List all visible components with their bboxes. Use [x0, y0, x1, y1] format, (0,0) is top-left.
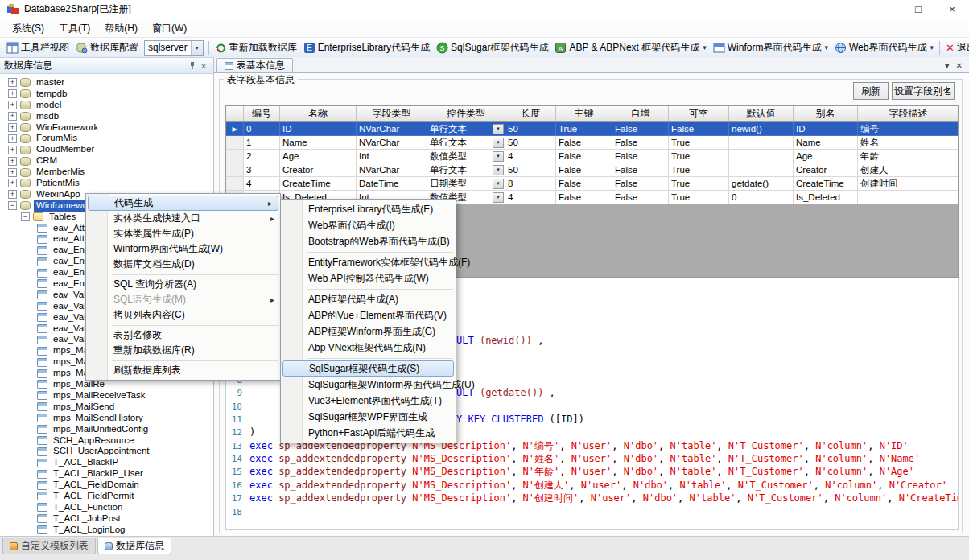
menu-tools[interactable]: 工具(T)	[52, 19, 97, 38]
grid-cell[interactable]: False	[669, 122, 729, 136]
tree-item[interactable]: T_ACL_JobPost	[0, 513, 213, 525]
grid-cell[interactable]	[729, 150, 794, 163]
grid-row[interactable]: ▶0IDNVarChar单行文本▼50TrueFalseFalsenewid()…	[226, 122, 958, 136]
expand-icon[interactable]: +	[8, 78, 17, 87]
grid-cell[interactable]: Name	[794, 136, 858, 150]
grid-cell[interactable]: ID	[280, 122, 357, 136]
menu-window[interactable]: 窗口(W)	[145, 19, 194, 38]
expand-icon[interactable]: +	[8, 89, 17, 98]
grid-cell[interactable]: False	[556, 163, 612, 177]
grid-cell[interactable]: 4	[505, 150, 556, 163]
tree-item[interactable]: T_ACL_BlackIP_User	[0, 468, 213, 480]
grid-cell[interactable]: 单行文本▼	[427, 163, 505, 177]
tab-table-basic-info[interactable]: 表基本信息	[216, 58, 293, 72]
grid-cell[interactable]: 姓名	[858, 136, 959, 150]
grid-cell[interactable]: False	[612, 163, 669, 177]
grid-cell[interactable]	[729, 163, 794, 177]
grid-cell[interactable]: 50	[505, 122, 556, 136]
winform-dropdown-icon[interactable]: ▾	[824, 43, 828, 51]
grid-cell[interactable]: Creator	[280, 163, 357, 177]
menu-item[interactable]: ABP框架Winform界面生成(G)	[281, 323, 456, 340]
grid-cell[interactable]: Is_Deleted	[794, 191, 858, 204]
collapse-icon[interactable]: −	[8, 201, 17, 210]
grid-row[interactable]: 1NameNVarChar单行文本▼50FalseFalseTrueName姓名	[226, 136, 958, 150]
expand-icon[interactable]: +	[8, 112, 17, 121]
close-button[interactable]: ×	[935, 0, 969, 19]
expand-icon[interactable]: +	[8, 168, 17, 177]
expand-icon[interactable]: +	[8, 179, 17, 187]
tree-item[interactable]: T_ACL_BlackIP	[0, 457, 213, 468]
maximize-button[interactable]: □	[901, 0, 935, 19]
expand-icon[interactable]: +	[8, 157, 17, 166]
grid-row[interactable]: 3CreatorNVarChar单行文本▼50FalseFalseTrueCre…	[226, 163, 958, 177]
grid-cell[interactable]: True	[669, 136, 729, 150]
grid-cell[interactable]: CreateTime	[280, 177, 357, 191]
tree-item[interactable]: T_ACL_FieldPermit	[0, 491, 213, 502]
tree-item[interactable]: mps_MailRe	[0, 379, 213, 390]
abp-dropdown-icon[interactable]: ▾	[703, 43, 707, 51]
grid-cell[interactable]: False	[556, 150, 612, 163]
menu-item[interactable]: 刷新数据库列表	[86, 363, 280, 378]
menu-item[interactable]: Web界面代码生成(I)	[281, 217, 456, 233]
grid-cell[interactable]: 0	[729, 191, 794, 204]
tree-item[interactable]: +model	[0, 100, 213, 111]
grid-cell[interactable]: True	[669, 150, 729, 163]
toolbar-exit-button[interactable]: ✕ 退出	[942, 39, 969, 56]
row-selector-cell[interactable]	[226, 150, 244, 163]
grid-cell[interactable]: 创建时间	[858, 177, 959, 191]
menu-item[interactable]: Python+FastApi后端代码生成	[281, 425, 456, 441]
grid-cell[interactable]	[729, 136, 794, 150]
grid-cell[interactable]: 创建人	[858, 163, 959, 177]
cell-combo-dropdown-icon[interactable]: ▼	[493, 165, 504, 175]
grid-cell[interactable]: False	[612, 150, 669, 163]
menu-system[interactable]: 系统(S)	[5, 19, 52, 38]
menu-item[interactable]: EnterpriseLibrary代码生成(E)	[281, 201, 456, 217]
collapse-icon[interactable]: −	[21, 212, 30, 221]
grid-cell[interactable]: True	[669, 191, 729, 204]
menu-item[interactable]: SqlSugar框架WPF界面生成	[281, 409, 456, 425]
panel-close-icon[interactable]: ×	[198, 60, 209, 72]
cell-combo-dropdown-icon[interactable]: ▼	[493, 138, 504, 148]
grid-cell[interactable]: False	[556, 191, 612, 204]
menu-item[interactable]: 代码生成▸	[88, 196, 278, 211]
tree-item[interactable]: +tempdb	[0, 89, 213, 100]
grid-cell[interactable]: False	[556, 177, 612, 191]
tree-item[interactable]: SCH_UserAppointment	[0, 446, 213, 457]
tree-item[interactable]: +msdb	[0, 111, 213, 122]
grid-cell[interactable]: False	[556, 136, 612, 150]
grid-cell[interactable]: CreateTime	[794, 177, 858, 191]
grid-cell[interactable]: 0	[244, 122, 280, 136]
grid-cell[interactable]: 8	[505, 177, 556, 191]
web-dropdown-icon[interactable]: ▾	[930, 43, 934, 51]
grid-cell[interactable]: False	[612, 136, 669, 150]
column-header[interactable]: 别名	[794, 106, 858, 121]
grid-cell[interactable]: Name	[280, 136, 357, 150]
column-header[interactable]: 自增	[612, 106, 669, 121]
column-header[interactable]: 默认值	[729, 106, 794, 121]
grid-cell[interactable]: False	[612, 191, 669, 204]
toolbar-web-button[interactable]: Web界面代码生成 ▾	[831, 39, 937, 56]
menu-item[interactable]: Vue3+Element界面代码生成(T)	[281, 393, 456, 409]
toolbar-view-button[interactable]: 工具栏视图	[3, 39, 72, 56]
grid-cell[interactable]: 4	[505, 191, 556, 204]
grid-cell[interactable]: DateTime	[357, 177, 427, 191]
menu-item[interactable]: ABP框架代码生成(A)	[281, 291, 456, 307]
expand-icon[interactable]: +	[8, 190, 17, 199]
grid-cell[interactable]: 单行文本▼	[427, 122, 505, 136]
menu-item[interactable]: 表别名修改	[86, 327, 280, 343]
tab-list-dropdown-icon[interactable]: ▼	[943, 61, 951, 70]
grid-cell[interactable]: False	[612, 122, 669, 136]
menu-item[interactable]: SQL语句生成(M)▸	[86, 292, 280, 307]
tree-item[interactable]: SCH_AppResource	[0, 435, 213, 447]
menu-item[interactable]: Web API控制器代码生成(W)	[281, 270, 456, 286]
refresh-button[interactable]: 刷新	[853, 82, 889, 100]
column-header[interactable]: 可空	[669, 106, 729, 121]
menu-item[interactable]: SqlSugar框架Winform界面代码生成(U)	[281, 377, 456, 393]
menu-item[interactable]: ABP的Vue+Element界面代码(V)	[281, 307, 456, 323]
tree-item[interactable]: +CloudMember	[0, 144, 213, 155]
minimize-button[interactable]: –	[868, 0, 901, 19]
menu-item[interactable]: 拷贝列表内容(C)	[86, 307, 280, 323]
menu-item[interactable]: Bootstrap的Web界面代码生成(B)	[281, 233, 456, 249]
set-field-alias-button[interactable]: 设置字段别名	[892, 82, 955, 100]
column-header[interactable]: 编号	[244, 106, 280, 121]
